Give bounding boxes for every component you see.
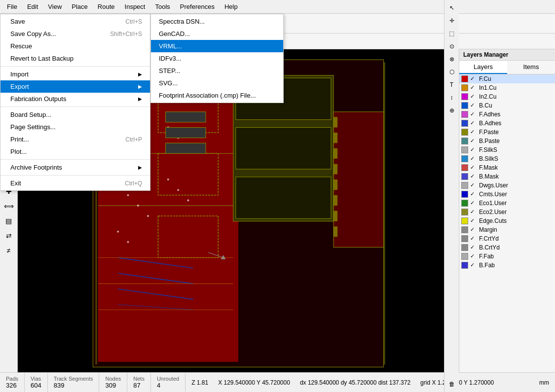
menu-item-plot[interactable]: Plot... bbox=[0, 145, 150, 158]
layer-visibility-check[interactable]: ✓ bbox=[470, 173, 477, 180]
layer-row[interactable]: ✓Eco1.User bbox=[459, 199, 555, 208]
layer-visibility-check[interactable]: ✓ bbox=[470, 226, 477, 233]
layer-row[interactable]: ✓B.Cu bbox=[459, 101, 555, 110]
layer-row[interactable]: ✓Margin bbox=[459, 225, 555, 234]
layer-row[interactable]: ✓F.Adhes bbox=[459, 110, 555, 119]
menu-inspect[interactable]: Inspect bbox=[120, 1, 150, 12]
menu-preferences[interactable]: Preferences bbox=[175, 1, 220, 12]
layer-row[interactable]: ✓In2.Cu bbox=[459, 92, 555, 101]
diff-tool[interactable]: ≠ bbox=[2, 244, 16, 257]
layer-visibility-check[interactable]: ✓ bbox=[470, 217, 477, 224]
select-rv-tool[interactable]: ↖ bbox=[446, 2, 458, 14]
layer-row[interactable]: ✓B.SilkS bbox=[459, 154, 555, 163]
menu-item-archive[interactable]: Archive Footprints ▶ bbox=[0, 161, 150, 174]
menu-edit[interactable]: Edit bbox=[22, 1, 43, 12]
net-rv-tool[interactable]: ⊕ bbox=[446, 105, 458, 116]
menu-item-page-settings[interactable]: Page Settings... bbox=[0, 121, 150, 133]
export-vrml[interactable]: VRML... bbox=[151, 40, 283, 52]
layer-visibility-check[interactable]: ✓ bbox=[470, 191, 477, 198]
export-svg[interactable]: SVG... bbox=[151, 77, 283, 89]
nets-status: Nets 87 bbox=[127, 373, 151, 392]
layer-visibility-check[interactable]: ✓ bbox=[470, 84, 477, 91]
layer-row[interactable]: ✓F.Mask bbox=[459, 163, 555, 172]
menu-view[interactable]: View bbox=[43, 1, 67, 12]
layer-visibility-check[interactable]: ✓ bbox=[470, 200, 477, 207]
export-specctra[interactable]: Specctra DSN... bbox=[151, 15, 283, 28]
layer-visibility-check[interactable]: ✓ bbox=[470, 102, 477, 109]
tab-items[interactable]: Items bbox=[507, 61, 555, 74]
layers-list: ✓F.Cu✓In1.Cu✓In2.Cu✓B.Cu✓F.Adhes✓B.Adhes… bbox=[459, 74, 555, 372]
layer-row[interactable]: ✓In1.Cu bbox=[459, 83, 555, 92]
layers-manager-panel: Layers Manager Layers Items ✓F.Cu✓In1.Cu… bbox=[459, 49, 555, 372]
layer-row[interactable]: ✓Dwgs.User bbox=[459, 181, 555, 190]
layer-visibility-check[interactable]: ✓ bbox=[470, 262, 477, 269]
layer-row[interactable]: ✓B.Mask bbox=[459, 172, 555, 181]
noelement-rv-tool[interactable]: ⊗ bbox=[446, 53, 458, 65]
tab-layers[interactable]: Layers bbox=[459, 61, 507, 74]
route-rv-tool[interactable]: ⬡ bbox=[446, 66, 458, 78]
svg-rect-5 bbox=[236, 127, 331, 169]
layer-row[interactable]: ✓F.Fab bbox=[459, 252, 555, 261]
layers-tool[interactable]: ▤ bbox=[2, 214, 16, 228]
layer-visibility-check[interactable]: ✓ bbox=[470, 155, 477, 162]
layer-visibility-check[interactable]: ✓ bbox=[470, 120, 477, 127]
layer-row[interactable]: ✓F.CrtYd bbox=[459, 234, 555, 243]
menu-item-rescue[interactable]: Rescue bbox=[0, 40, 150, 52]
layer-row[interactable]: ✓F.Paste bbox=[459, 128, 555, 137]
delete-rv-tool[interactable]: 🗑 bbox=[446, 378, 458, 390]
layer-visibility-check[interactable]: ✓ bbox=[470, 75, 477, 82]
layer-color-swatch bbox=[461, 226, 468, 233]
layer-row[interactable]: ✓B.CrtYd bbox=[459, 243, 555, 252]
layer-row[interactable]: ✓Cmts.User bbox=[459, 190, 555, 199]
menu-item-exit[interactable]: Exit Ctrl+Q bbox=[0, 177, 150, 189]
menu-item-save[interactable]: Save Ctrl+S bbox=[0, 15, 150, 28]
text-rv-tool[interactable]: T bbox=[446, 79, 458, 91]
menu-tools[interactable]: Tools bbox=[150, 1, 175, 12]
menu-item-revert[interactable]: Revert to Last Backup bbox=[0, 52, 150, 65]
layer-visibility-check[interactable]: ✓ bbox=[470, 235, 477, 242]
menu-file[interactable]: File bbox=[2, 1, 22, 12]
layer-color-swatch bbox=[461, 111, 468, 118]
layer-row[interactable]: ✓B.Adhes bbox=[459, 119, 555, 128]
export-gencad[interactable]: GenCAD... bbox=[151, 28, 283, 40]
menu-help[interactable]: Help bbox=[220, 1, 243, 12]
export-idfv3[interactable]: IDFv3... bbox=[151, 52, 283, 65]
layer-visibility-check[interactable]: ✓ bbox=[470, 182, 477, 189]
layer-color-swatch bbox=[461, 146, 468, 153]
menu-item-board-setup[interactable]: Board Setup... bbox=[0, 108, 150, 121]
layer-visibility-check[interactable]: ✓ bbox=[470, 164, 477, 171]
layer-row[interactable]: ✓F.SilkS bbox=[459, 145, 555, 154]
layer-visibility-check[interactable]: ✓ bbox=[470, 138, 477, 144]
layer-row[interactable]: ✓B.Fab bbox=[459, 261, 555, 270]
export-footprint-assoc[interactable]: Footprint Association (.cmp) File... bbox=[151, 89, 283, 102]
layer-color-swatch bbox=[461, 244, 468, 251]
layer-visibility-check[interactable]: ✓ bbox=[470, 129, 477, 136]
menu-place[interactable]: Place bbox=[67, 1, 93, 12]
layer-row[interactable]: ✓B.Paste bbox=[459, 137, 555, 145]
layer-visibility-check[interactable]: ✓ bbox=[470, 111, 477, 118]
layer-row[interactable]: ✓Eco2.User bbox=[459, 208, 555, 216]
layer-visibility-check[interactable]: ✓ bbox=[470, 93, 477, 100]
menu-item-import[interactable]: Import ▶ bbox=[0, 68, 150, 80]
layer-row[interactable]: ✓F.Cu bbox=[459, 74, 555, 83]
menu-item-print[interactable]: Print... Ctrl+P bbox=[0, 133, 150, 145]
ungroup-rv-tool[interactable]: ⬚ bbox=[446, 28, 458, 39]
pad-rv-tool[interactable]: ⊙ bbox=[446, 40, 458, 52]
menu-item-fab[interactable]: Fabrication Outputs ▶ bbox=[0, 93, 150, 105]
align-tool[interactable]: ⟺ bbox=[2, 199, 16, 213]
export-step[interactable]: STEP... bbox=[151, 65, 283, 77]
layer-visibility-check[interactable]: ✓ bbox=[470, 253, 477, 260]
inspect-rv-tool[interactable]: ✛ bbox=[446, 15, 458, 27]
svg-rect-54 bbox=[333, 195, 337, 206]
layer-color-swatch bbox=[461, 217, 468, 224]
push-tool[interactable]: ⇄ bbox=[2, 229, 16, 243]
menu-item-export[interactable]: Export ▶ bbox=[0, 80, 150, 93]
layer-visibility-check[interactable]: ✓ bbox=[470, 146, 477, 153]
layer-row[interactable]: ✓Edge.Cuts bbox=[459, 216, 555, 225]
layer-color-swatch bbox=[461, 182, 468, 189]
layer-visibility-check[interactable]: ✓ bbox=[470, 209, 477, 215]
layer-visibility-check[interactable]: ✓ bbox=[470, 244, 477, 251]
pin-rv-tool[interactable]: ↕ bbox=[446, 92, 458, 104]
menu-route[interactable]: Route bbox=[93, 1, 120, 12]
menu-item-save-copy[interactable]: Save Copy As... Shift+Ctrl+S bbox=[0, 28, 150, 40]
